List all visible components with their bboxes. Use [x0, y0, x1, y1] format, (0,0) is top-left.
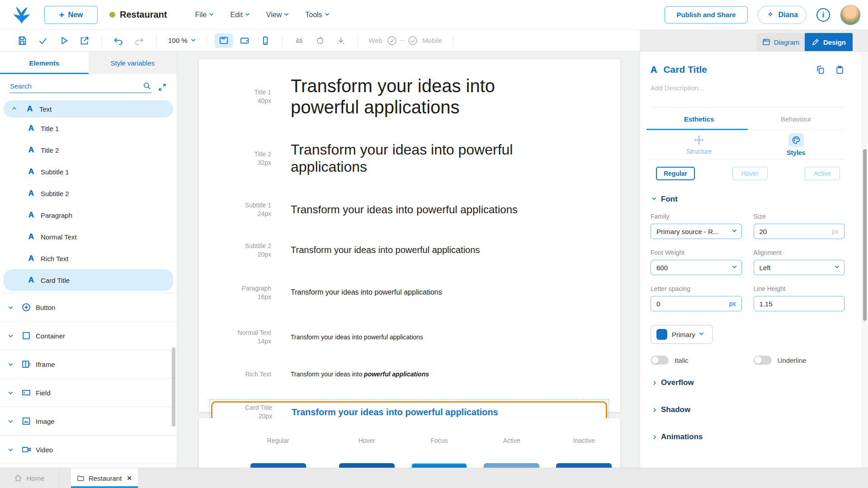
tablet-view-icon[interactable]: [236, 33, 254, 48]
sidebar-item-paragraph[interactable]: AParagraph: [0, 204, 177, 226]
subtab-styles[interactable]: Styles: [748, 130, 845, 159]
shadow-section-header[interactable]: Shadow: [651, 405, 844, 414]
canvas-row-subtitle1[interactable]: Subtitle 124px Transform your ideas into…: [199, 201, 620, 218]
font-size-input[interactable]: 20px: [754, 224, 845, 239]
canvas-row-title2[interactable]: Title 232px Transform your ideas into po…: [199, 141, 620, 176]
description-input[interactable]: [651, 84, 844, 92]
ai-assistant-button[interactable]: Diana: [758, 6, 807, 24]
canvas-row-normal-text[interactable]: Normal Text14px Transform your ideas int…: [199, 328, 620, 346]
tab-elements[interactable]: Elements: [0, 52, 89, 74]
sidebar-item-subtitle-2[interactable]: ASubtitle 2: [0, 183, 177, 204]
redo-icon[interactable]: [129, 36, 150, 46]
sidebar-group-button[interactable]: Button: [0, 295, 177, 319]
font-weight-select[interactable]: 600: [651, 260, 742, 275]
sample-text-paragraph[interactable]: Transform your ideas into powerful appli…: [271, 288, 442, 297]
menu-file[interactable]: File: [195, 11, 213, 19]
alignment-select[interactable]: Left: [754, 260, 845, 275]
web-check-icon[interactable]: [387, 35, 397, 46]
canvas-row-paragraph[interactable]: Paragraph16px Transform your ideas into …: [199, 284, 620, 301]
sample-button-hover[interactable]: [339, 463, 395, 468]
app-logo-icon[interactable]: [11, 5, 32, 25]
scrollbar-thumb[interactable]: [863, 149, 867, 321]
sidebar-group-iframe[interactable]: Iframe: [0, 352, 177, 376]
underline-toggle[interactable]: [754, 356, 772, 365]
tab-design[interactable]: Design: [805, 33, 853, 51]
apple-icon[interactable]: [310, 36, 330, 46]
copy-icon[interactable]: [816, 65, 825, 75]
tab-diagram[interactable]: Diagram: [757, 33, 805, 51]
undo-icon[interactable]: [108, 36, 129, 46]
sidebar-item-rich-text[interactable]: ARich Text: [0, 248, 177, 269]
sidebar-group-item[interactable]: Item: [0, 466, 177, 468]
download-icon[interactable]: [330, 36, 351, 46]
page-scrollbar[interactable]: [862, 52, 868, 468]
publish-and-share-button[interactable]: Publish and Share: [665, 6, 748, 23]
info-icon[interactable]: i: [816, 8, 830, 22]
zoom-level-dropdown[interactable]: 100 %: [163, 37, 200, 44]
new-button[interactable]: + New: [44, 6, 98, 24]
sample-text-subtitle2[interactable]: Transform your ideas into powerful appli…: [271, 245, 480, 256]
subtab-structure[interactable]: Structure: [651, 130, 748, 159]
canvas-page-typography[interactable]: Title 140px Transform your ideas into po…: [199, 59, 620, 412]
canvas-row-rich-text[interactable]: Rich Text Transform your ideas into powe…: [199, 370, 620, 379]
close-tab-icon[interactable]: ✕: [127, 474, 132, 482]
state-hover-button[interactable]: Hover: [732, 167, 768, 180]
tab-home[interactable]: Home: [0, 468, 59, 488]
sidebar-group-video[interactable]: Video: [0, 437, 177, 462]
letter-spacing-input[interactable]: 0px: [651, 296, 742, 311]
sample-text-title2[interactable]: Transform your ideas into powerful appli…: [271, 141, 579, 176]
overflow-section-header[interactable]: Overflow: [651, 378, 844, 387]
sample-button-focus[interactable]: [411, 463, 467, 468]
menu-tools[interactable]: Tools: [305, 11, 328, 19]
sidebar-group-container[interactable]: Container: [0, 324, 177, 348]
android-icon[interactable]: [289, 36, 310, 46]
sample-text-title1[interactable]: Transform your ideas into powerful appli…: [271, 75, 547, 118]
menu-edit[interactable]: Edit: [230, 11, 249, 19]
sidebar-group-field[interactable]: Field: [0, 380, 177, 405]
save-icon[interactable]: [12, 36, 33, 46]
export-icon[interactable]: [74, 36, 95, 46]
tab-style-variables[interactable]: Style variables: [89, 52, 177, 74]
sample-text-rich[interactable]: Transform your ideas into powerful appli…: [271, 371, 429, 378]
design-canvas[interactable]: Title 140px Transform your ideas into po…: [177, 52, 640, 468]
sidebar-group-image[interactable]: Image: [0, 409, 177, 433]
tab-esthetics[interactable]: Esthetics: [651, 108, 748, 130]
user-avatar[interactable]: [840, 5, 861, 25]
sidebar-item-normal-text[interactable]: ANormal Text: [0, 226, 177, 248]
sidebar-item-card-title[interactable]: ACard Title: [4, 269, 173, 291]
sidebar-item-title-1[interactable]: ATitle 1: [0, 117, 177, 139]
sidebar-item-title-2[interactable]: ATitle 2: [0, 139, 177, 161]
sidebar-item-subtitle-1[interactable]: ASubtitle 1: [0, 161, 177, 183]
italic-toggle[interactable]: [651, 356, 669, 365]
search-icon[interactable]: [142, 81, 151, 90]
sample-button-inactive[interactable]: [556, 463, 612, 468]
expand-panel-icon[interactable]: [158, 83, 167, 92]
canvas-row-subtitle2[interactable]: Subtitle 220px Transform your ideas into…: [199, 242, 620, 259]
canvas-page-button-states[interactable]: Regular Hover Focus Active Inactive: [199, 418, 620, 468]
phone-view-icon[interactable]: [256, 33, 274, 48]
line-height-input[interactable]: 1.15: [754, 296, 845, 311]
validate-icon[interactable]: [33, 36, 53, 46]
state-active-button[interactable]: Active: [805, 167, 840, 180]
sidebar-scrollbar[interactable]: [172, 347, 175, 427]
sample-text-card-title[interactable]: Transform your ideas into powerful appli…: [272, 407, 498, 418]
state-regular-button[interactable]: Regular: [656, 167, 695, 180]
animations-section-header[interactable]: Animations: [651, 432, 844, 441]
sample-button-regular[interactable]: [250, 463, 306, 468]
paste-clipboard-icon[interactable]: [835, 65, 844, 75]
tab-behaviour[interactable]: Behaviour: [748, 108, 845, 130]
menu-view[interactable]: View: [266, 11, 288, 19]
canvas-row-title1[interactable]: Title 140px Transform your ideas into po…: [199, 75, 620, 118]
sample-text-normal[interactable]: Transform your ideas into powerful appli…: [271, 333, 423, 341]
font-section-header[interactable]: Font: [651, 195, 844, 204]
sample-text-subtitle1[interactable]: Transform your ideas into powerful appli…: [271, 203, 518, 216]
font-family-select[interactable]: Primary source - R...: [651, 224, 742, 239]
sample-button-active[interactable]: [484, 463, 539, 468]
text-color-select[interactable]: Primary: [651, 325, 713, 344]
mobile-check-icon[interactable]: [407, 35, 418, 46]
desktop-view-icon[interactable]: [215, 33, 233, 48]
search-input[interactable]: [10, 82, 142, 90]
tab-restaurant-project[interactable]: Restaurant ✕: [71, 468, 138, 488]
preview-play-icon[interactable]: [53, 36, 74, 46]
sidebar-group-text[interactable]: A Text: [4, 100, 173, 117]
